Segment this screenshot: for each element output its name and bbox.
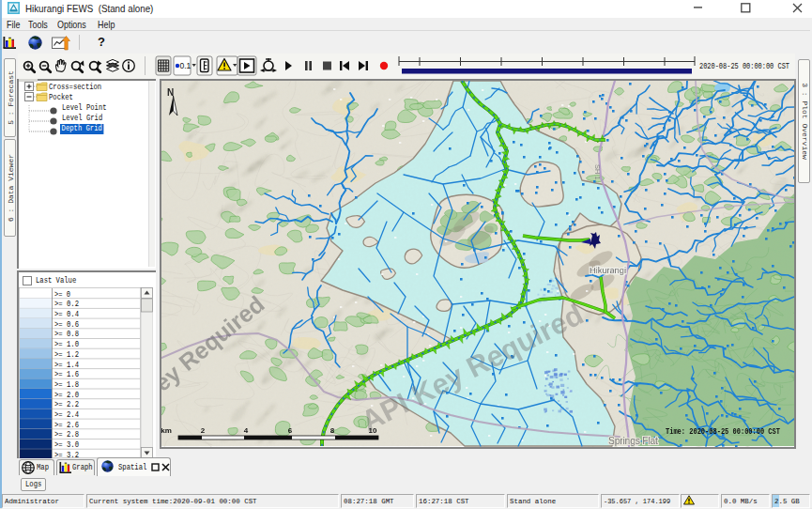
svg-text:>= 3.0: >= 3.0 <box>54 440 79 450</box>
svg-text:2020-08-25 00:00:00 CST: 2020-08-25 00:00:00 CST <box>699 62 789 71</box>
svg-text:>= 3.2: >= 3.2 <box>54 451 79 458</box>
svg-text:>= 0: >= 0 <box>54 290 70 300</box>
svg-text:10: 10 <box>369 426 377 435</box>
svg-text:>= 1.4: >= 1.4 <box>54 361 79 370</box>
svg-text:>= 0.8: >= 0.8 <box>54 330 79 339</box>
svg-text:>= 1.8: >= 1.8 <box>54 380 79 390</box>
svg-text:>= 2.4: >= 2.4 <box>54 410 79 420</box>
svg-text:Hikurangi: Hikurangi <box>590 265 626 275</box>
svg-text:km: km <box>161 426 172 435</box>
svg-text:>= 1.0: >= 1.0 <box>54 340 79 349</box>
svg-text:6: 6 <box>288 426 293 435</box>
svg-text:Time: 2020-08-25 00:00:00 CST: Time: 2020-08-25 00:00:00 CST <box>666 427 780 437</box>
svg-text:Springs Flat: Springs Flat <box>608 435 658 446</box>
svg-text:0.1: 0.1 <box>180 61 192 70</box>
svg-text:4: 4 <box>244 426 249 435</box>
svg-text:>= 2.8: >= 2.8 <box>54 430 79 440</box>
svg-text:>= 2.0: >= 2.0 <box>54 391 79 400</box>
svg-text:SH 1: SH 1 <box>593 164 602 180</box>
svg-text:>= 0.4: >= 0.4 <box>54 310 79 319</box>
svg-text:>= 0.2: >= 0.2 <box>54 300 79 309</box>
svg-text:>= 2.6: >= 2.6 <box>54 421 79 430</box>
svg-text:8: 8 <box>330 426 335 435</box>
svg-text:>= 1.6: >= 1.6 <box>54 370 79 379</box>
svg-text:2: 2 <box>201 426 206 435</box>
svg-text:>= 1.2: >= 1.2 <box>54 350 79 360</box>
svg-text:>= 0.6: >= 0.6 <box>54 320 79 330</box>
svg-text:>= 2.2: >= 2.2 <box>54 400 79 409</box>
